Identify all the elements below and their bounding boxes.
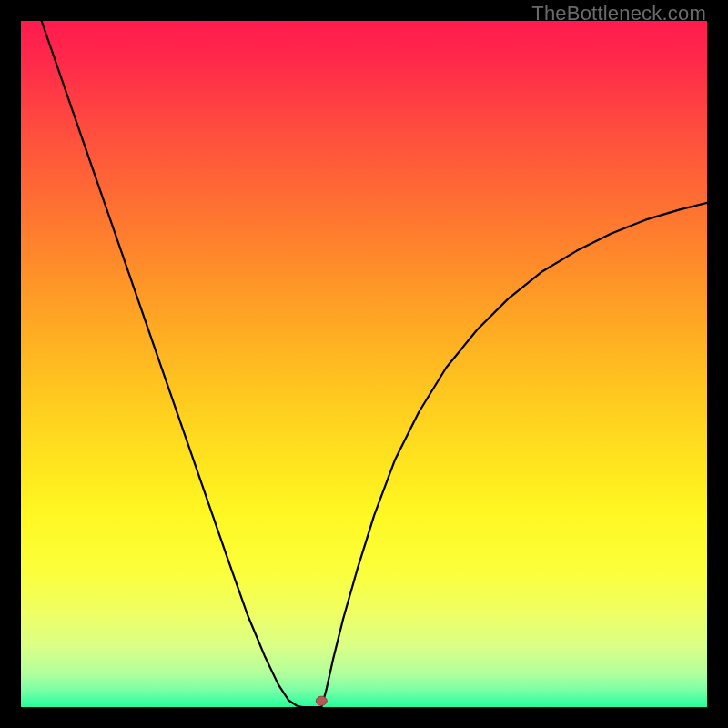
heat-gradient-area [21,21,707,707]
optimum-marker [316,696,327,705]
black-frame: TheBottleneck.com [0,0,728,728]
chart-plot [21,21,707,707]
chart-svg [21,21,707,707]
watermark-text: TheBottleneck.com [531,2,706,25]
